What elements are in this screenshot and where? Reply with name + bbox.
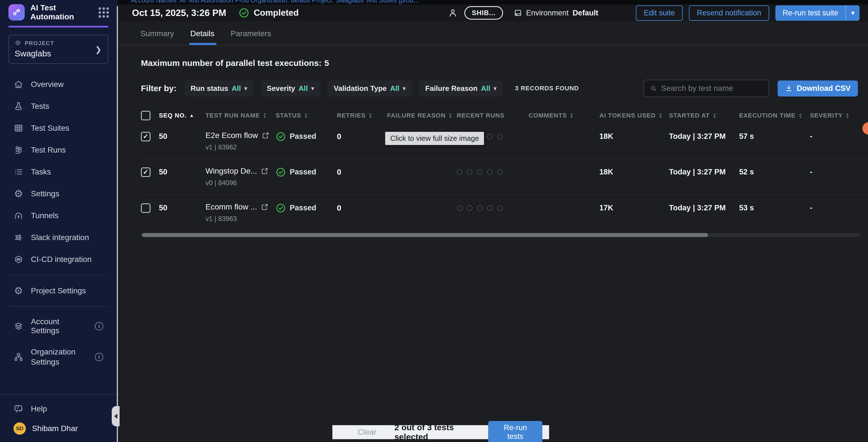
tab-details[interactable]: Details [190,29,215,45]
col-status: STATUS▲▼ [276,112,337,119]
run-dot[interactable] [487,134,493,139]
check-circle-icon [276,132,286,142]
test-version: v1 | 83962 [206,143,276,151]
row-checkbox[interactable]: ✓ [141,167,151,177]
panel-divider [117,6,118,442]
row-checkbox[interactable]: ✓ [141,132,151,141]
table-row: ✓ 50 Wingstop De... v0 | 84096 Passed 0 … [141,159,868,195]
rerun-test-suite-button[interactable]: Re-run test suite ▾ [775,5,860,21]
resend-notification-button[interactable]: Resend notification [689,5,769,21]
external-link-icon[interactable] [261,203,268,211]
run-dot[interactable] [477,205,483,211]
chevron-down-icon[interactable]: ▾ [846,5,860,21]
external-link-icon[interactable] [261,167,268,175]
status-text: Passed [290,204,316,212]
sort-icon[interactable]: ▲▼ [658,112,663,118]
execution-time: 57 s [739,132,810,141]
page-header: Oct 15, 2025, 3:26 PM Completed SHIB... … [118,4,868,21]
user-name: Shibam Dhar [32,424,78,433]
sidebar-item-tests[interactable]: Tests [0,95,117,117]
search-input[interactable] [661,84,763,93]
sidebar-item-settings[interactable]: ⚙ Settings [0,183,117,205]
table-row: ✓ 50 E2e Ecom flow v1 | 83962 Passed 0 1… [141,124,868,159]
run-dot[interactable] [487,205,493,211]
filter-validation-type[interactable]: Validation TypeAll▾ [328,80,412,97]
info-icon[interactable]: i [95,353,103,361]
sidebar-item-slack-integration[interactable]: Slack integration [0,227,117,248]
sort-asc-icon[interactable]: ▲ [189,113,194,118]
run-dot[interactable] [457,205,462,211]
help-chat-icon: ? [13,404,24,414]
recent-runs [457,169,529,175]
select-all-checkbox[interactable] [141,111,151,120]
sort-icon[interactable]: ▲▼ [263,112,267,118]
test-run-name[interactable]: Ecomm flow ... [206,203,257,211]
layers-gear-icon [13,321,24,331]
app-title: AI Test Automation [30,3,74,21]
run-dot[interactable] [457,169,462,175]
sidebar-item-tunnels[interactable]: Tunnels [0,205,117,227]
sidebar-item-project-settings[interactable]: ⚙ Project Settings [0,280,117,302]
retries: 0 [337,132,387,141]
breadcrumb[interactable]: Account Names: AI Test Automation Prod O… [118,0,419,4]
col-ai-tokens: AI TOKENS USED▲▼ [599,112,669,119]
download-csv-button[interactable]: Download CSV [778,80,858,97]
severity: - [810,204,852,212]
check-circle-icon [276,167,286,177]
test-run-name[interactable]: E2e Ecom flow [206,131,258,140]
run-dot[interactable] [487,169,493,175]
sort-icon[interactable]: ▲▼ [304,112,308,118]
project-label: PROJECT [25,40,54,46]
run-dot[interactable] [497,205,503,211]
sidebar-item-organization-settings[interactable]: Organization Settings i [0,341,117,373]
sidebar-collapse-handle[interactable] [112,406,120,426]
org-chart-gear-icon [13,352,24,362]
sidebar-item-test-runs[interactable]: Test Runs [0,139,117,161]
person-icon [448,8,458,18]
tab-parameters[interactable]: Parameters [230,29,271,45]
scrollbar-thumb[interactable] [142,233,708,237]
sidebar-item-label: Help [31,404,47,413]
filter-severity[interactable]: SeverityAll▾ [260,80,320,97]
sort-icon[interactable]: ▲▼ [845,112,850,118]
user-chip[interactable]: SHIB... [464,6,503,20]
filter-failure-reason[interactable]: Failure ReasonAll▾ [419,80,503,97]
run-dot[interactable] [467,205,472,211]
environment-group[interactable]: Environment Default [514,9,598,18]
tab-summary[interactable]: Summary [141,29,174,45]
row-checkbox[interactable] [141,203,151,213]
sort-icon[interactable]: ▲▼ [798,112,803,118]
test-run-name[interactable]: Wingstop De... [206,167,257,176]
search-icon [650,84,657,93]
filter-run-status[interactable]: Run statusAll▾ [184,80,253,97]
sort-icon[interactable]: ▲▼ [368,112,373,118]
filter-label: Filter by: [141,83,177,93]
breadcrumb-strip: Account Names: AI Test Automation Prod O… [118,0,868,4]
sidebar-item-overview[interactable]: Overview [0,73,117,95]
info-icon[interactable]: i [95,322,103,330]
sidebar-item-cicd-integration[interactable]: CI-CD integration [0,248,117,270]
status-cell: Passed [276,167,337,177]
sidebar-nav: Overview Tests Test Suites Test Runs Tas… [0,73,117,373]
sidebar-item-test-suites[interactable]: Test Suites [0,117,117,139]
sort-icon[interactable]: ▲▼ [569,112,574,118]
project-selector[interactable]: PROJECT Swaglabs ❯ [8,35,108,64]
user-profile[interactable]: SD Shibam Dhar [0,417,117,435]
sort-icon[interactable]: ▲▼ [712,112,717,118]
sidebar-item-help[interactable]: ? Help [0,401,117,417]
sort-icon[interactable]: ▲▼ [448,112,453,118]
sidebar-bottom: ? Help SD Shibam Dhar [0,394,117,442]
edit-suite-button[interactable]: Edit suite [636,5,683,21]
run-dot[interactable] [477,169,483,175]
run-dot[interactable] [497,169,503,175]
environment-label: Environment [526,9,569,18]
run-dot[interactable] [467,169,472,175]
sidebar-item-tasks[interactable]: Tasks [0,161,117,183]
clear-selection-button[interactable]: Clear [358,428,376,437]
external-link-icon[interactable] [262,132,269,139]
app-switcher-grid-icon[interactable] [98,7,109,18]
rerun-tests-button[interactable]: Re-run tests [488,421,542,442]
col-execution-time: EXECUTION TIME▲▼ [739,112,810,119]
sidebar-item-account-settings[interactable]: Account Settings i [0,311,117,341]
run-dot[interactable] [497,134,503,139]
